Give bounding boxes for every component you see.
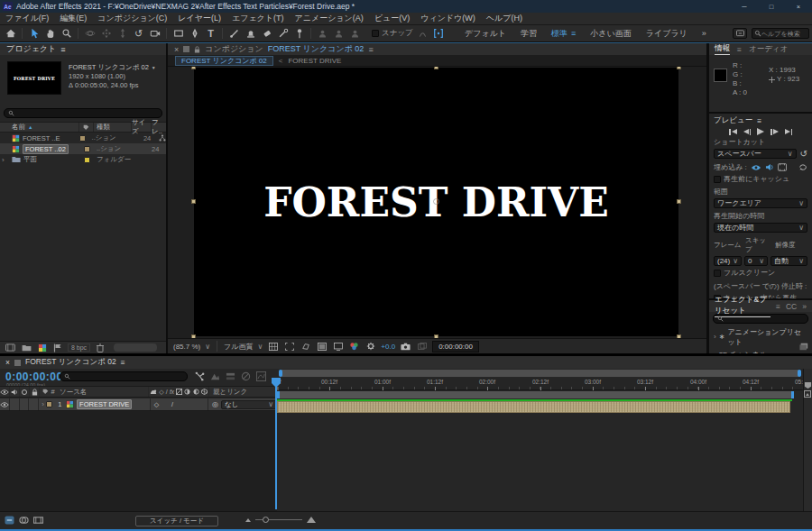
menu-window[interactable]: ウィンドウ(W) (415, 13, 481, 24)
col-type[interactable]: 種類 (97, 123, 110, 132)
eraser-tool-icon[interactable] (260, 27, 273, 41)
include-audio-speaker-icon[interactable] (765, 163, 774, 171)
tab-cc-overflow[interactable]: CC (786, 302, 797, 311)
quality-switch-icon[interactable]: / (166, 389, 168, 395)
previous-frame-button[interactable] (743, 129, 752, 135)
project-panel-menu-icon[interactable]: ≡ (60, 45, 65, 54)
frame-blend-switch-icon[interactable] (176, 389, 182, 395)
project-row-forest-drive[interactable]: FOREST ..E ..ション 24 (0, 133, 166, 143)
selection-handle[interactable] (191, 67, 196, 69)
layer-eye-icon[interactable] (0, 398, 10, 410)
region-of-interest-icon[interactable] (283, 341, 295, 352)
sync-settings-button[interactable] (733, 28, 747, 39)
exposure-value[interactable]: +0.0 (381, 343, 395, 351)
label-swatch[interactable] (84, 146, 90, 152)
zoom-slider-knob[interactable] (263, 517, 269, 523)
sort-asc-icon[interactable]: ▲ (28, 124, 32, 130)
menu-help[interactable]: ヘルプ(H) (481, 13, 528, 24)
align-brackets-icon[interactable] (432, 27, 446, 41)
zoom-in-mountain-icon[interactable] (307, 517, 316, 523)
comp-timecode[interactable]: 0:00:00:00 (432, 341, 479, 352)
type-tool-icon[interactable]: T (204, 27, 217, 41)
reset-icon[interactable]: ↺ (800, 149, 807, 159)
preview-title[interactable]: プレビュー (714, 115, 752, 126)
last-frame-button[interactable] (785, 129, 793, 135)
parent-link-column[interactable]: 親とリンク (209, 388, 277, 397)
project-row-forest-02[interactable]: FOREST ..02 ..ション 24 (0, 143, 166, 154)
project-search-input[interactable] (17, 110, 125, 116)
hand-tool-icon[interactable] (43, 27, 57, 41)
layer-collapse-switch[interactable]: ◇ (154, 401, 159, 408)
frame-rate-select[interactable]: (24)∨ (714, 256, 742, 266)
layer-label-swatch[interactable] (46, 401, 52, 407)
effects-search[interactable] (713, 314, 808, 324)
project-settings-flag-icon[interactable] (53, 343, 61, 352)
transparency-grid-icon[interactable] (316, 341, 328, 352)
selection-handle[interactable] (191, 199, 196, 204)
collapse-switch-icon[interactable]: ◇ (159, 389, 163, 396)
menu-layer[interactable]: レイヤー(L) (172, 13, 226, 24)
menu-effect[interactable]: エフェクト(T) (226, 13, 290, 24)
layer-row[interactable]: › 1 FOREST DRIVE ◇ / ◎ なし∨ (0, 398, 277, 410)
source-name-column[interactable]: ソース名 (58, 388, 148, 397)
quality-selector[interactable]: フル画質 (224, 342, 253, 352)
breadcrumb-previous[interactable]: FOREST DRIVE (288, 57, 341, 65)
skip-select[interactable]: 0∨ (744, 256, 768, 266)
resolution-select[interactable]: 自動∨ (770, 256, 807, 266)
layer-solo-cell[interactable] (20, 398, 30, 410)
zoom-out-mountain-icon[interactable] (245, 518, 251, 522)
tab-audio[interactable]: オーディオ (749, 44, 788, 55)
layer-lock-cell[interactable] (29, 398, 39, 410)
toggle-transfer-pane-icon[interactable] (19, 516, 29, 525)
audio-column-speaker-icon[interactable] (10, 387, 20, 397)
new-composition-icon[interactable] (38, 343, 47, 352)
comp-panel-close-icon[interactable]: × (174, 45, 179, 54)
workspace-small-screen[interactable]: 小さい画面 (590, 28, 631, 40)
time-navigator[interactable] (279, 370, 801, 377)
info-panel-menu-icon[interactable]: ≡ (737, 45, 742, 54)
effects-group-animation-presets[interactable]: › ∗ アニメーションプリセット (709, 325, 812, 348)
fast-previews-gear-icon[interactable] (364, 341, 376, 352)
preview-item-name[interactable]: FOREST リンクコンポ 02 (69, 63, 149, 72)
menu-file[interactable]: ファイル(F) (0, 13, 54, 24)
solo-column-icon[interactable] (20, 387, 30, 397)
comp-tab-name[interactable]: FOREST リンクコンポ 02 (268, 43, 364, 55)
workspace-overflow-icon[interactable]: » (702, 29, 706, 38)
adjustment-switch-icon[interactable] (193, 389, 199, 395)
timeline-search[interactable] (60, 371, 188, 381)
expand-icon[interactable]: › (2, 156, 5, 164)
zoom-level[interactable]: (85.7 %) (173, 343, 200, 351)
rotate-tool-icon[interactable]: ↺ (132, 27, 145, 41)
switches-modes-toggle[interactable]: スイッチ / モード (135, 516, 218, 526)
graph-editor-icon[interactable] (256, 371, 266, 381)
puppet-pin-icon[interactable] (292, 27, 306, 41)
preview-panel-menu-icon[interactable]: ≡ (757, 116, 761, 125)
pen-tool-icon[interactable] (188, 27, 201, 41)
fullscreen-checkbox[interactable] (714, 270, 721, 277)
comp-marker-icon[interactable] (804, 381, 812, 389)
next-frame-button[interactable] (770, 129, 779, 135)
layer-anchor-point[interactable] (433, 198, 439, 205)
col-label[interactable] (79, 123, 94, 132)
layer-quality-switch[interactable]: / (171, 401, 173, 407)
minimize-button[interactable]: ─ (731, 0, 758, 13)
menu-animation[interactable]: アニメーション(A) (290, 13, 369, 24)
quality-dropdown-icon[interactable]: ∨ (257, 343, 263, 351)
lock-column-icon[interactable] (30, 387, 40, 397)
expand-icon[interactable]: › (714, 333, 716, 341)
timeline-close-icon[interactable]: × (5, 358, 10, 367)
3d-switch-icon[interactable] (201, 389, 208, 395)
hide-shy-layers-icon[interactable] (226, 371, 235, 381)
help-search[interactable] (752, 28, 809, 39)
work-area-bar[interactable] (277, 391, 794, 398)
comp-mini-flowchart-icon[interactable] (195, 371, 205, 381)
workspace-learn[interactable]: 学習 (521, 28, 537, 40)
home-icon[interactable] (4, 27, 17, 41)
loop-icon[interactable] (798, 163, 807, 171)
menu-composition[interactable]: コンポジション(C) (92, 13, 172, 24)
current-time-indicator-line[interactable] (275, 378, 277, 509)
include-video-eye-icon[interactable] (751, 164, 761, 171)
lock-icon[interactable] (194, 46, 200, 53)
layer-name[interactable]: FOREST DRIVE (77, 399, 132, 409)
grid-guides-icon[interactable] (267, 341, 279, 352)
